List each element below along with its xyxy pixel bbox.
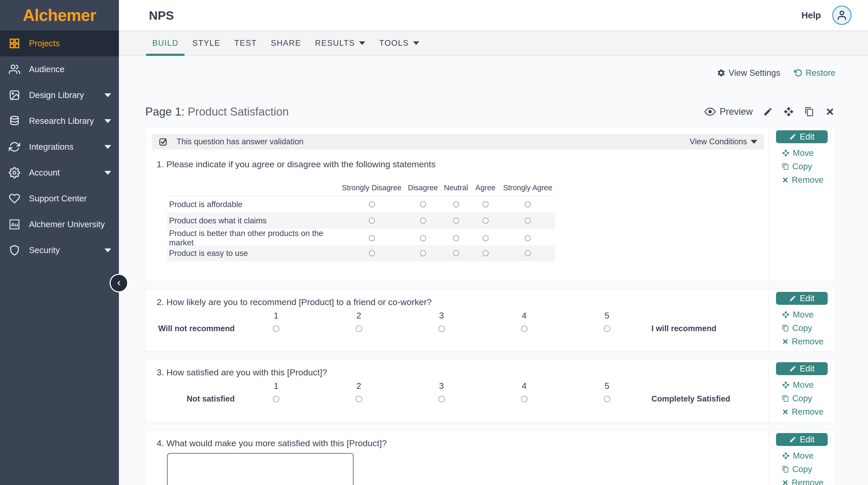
essay-answer-textarea[interactable] xyxy=(167,453,353,485)
tab-share[interactable]: SHARE xyxy=(265,31,307,55)
radio-option[interactable] xyxy=(453,202,459,207)
question-card-4: 4. What would make you more satisfied wi… xyxy=(145,430,835,485)
scale-left-label: Will not recommend xyxy=(146,322,235,336)
sidebar-item-integrations[interactable]: Integrations xyxy=(0,134,119,160)
help-link[interactable]: Help xyxy=(801,10,821,21)
sidebar-item-projects[interactable]: Projects xyxy=(0,31,119,56)
copy-page-button[interactable] xyxy=(804,106,815,117)
close-icon xyxy=(782,338,788,345)
move-button[interactable]: Move xyxy=(769,449,835,462)
radio-option[interactable] xyxy=(420,218,426,224)
radio-option[interactable] xyxy=(356,326,362,332)
tab-tools[interactable]: TOOLS xyxy=(373,31,426,55)
chevron-down-icon xyxy=(104,93,111,97)
grid-icon xyxy=(8,37,21,50)
page-title: Page 1: Product Satisfaction xyxy=(145,105,289,118)
au-badge-icon: Au xyxy=(8,218,21,230)
radio-option[interactable] xyxy=(483,235,489,241)
edit-button[interactable]: Edit xyxy=(776,130,828,143)
radio-option[interactable] xyxy=(604,326,610,332)
remove-button[interactable]: Remove xyxy=(769,335,835,348)
radio-option[interactable] xyxy=(525,218,531,224)
copy-button[interactable]: Copy xyxy=(769,160,835,173)
remove-button[interactable]: Remove xyxy=(769,476,835,485)
remove-page-button[interactable] xyxy=(825,106,835,117)
radio-option[interactable] xyxy=(420,235,426,241)
page-number: Page 1: xyxy=(145,105,185,118)
close-icon xyxy=(782,408,788,415)
radio-option[interactable] xyxy=(438,326,445,332)
sidebar-item-research-library[interactable]: Research Library xyxy=(0,108,119,134)
table-row: Product is affordable xyxy=(167,196,555,213)
radio-option[interactable] xyxy=(483,250,489,256)
radio-option[interactable] xyxy=(420,250,426,256)
radio-option[interactable] xyxy=(604,396,610,402)
view-conditions-button[interactable]: View Conditions xyxy=(690,137,757,146)
radio-option[interactable] xyxy=(483,218,489,224)
sidebar-item-alchemer-university[interactable]: Au Alchemer University xyxy=(0,211,119,237)
users-icon xyxy=(8,63,21,75)
shield-icon xyxy=(8,244,21,256)
radio-option[interactable] xyxy=(273,396,279,402)
radio-option[interactable] xyxy=(525,235,531,241)
move-icon xyxy=(782,381,790,389)
copy-button[interactable]: Copy xyxy=(769,462,835,476)
copy-button[interactable]: Copy xyxy=(769,321,835,335)
copy-button[interactable]: Copy xyxy=(769,392,835,405)
sidebar-item-account[interactable]: Account xyxy=(0,160,119,186)
move-page-button[interactable] xyxy=(783,106,794,117)
remove-button[interactable]: Remove xyxy=(769,173,835,187)
sidebar-collapse-button[interactable] xyxy=(110,274,128,293)
tab-style[interactable]: STYLE xyxy=(186,31,226,55)
scale-number: 4 xyxy=(483,380,565,392)
radio-option[interactable] xyxy=(521,396,528,402)
user-avatar[interactable] xyxy=(832,6,851,25)
radio-option[interactable] xyxy=(453,235,459,241)
move-label: Move xyxy=(793,310,814,320)
edit-button[interactable]: Edit xyxy=(776,433,828,446)
tab-results[interactable]: RESULTS xyxy=(309,31,372,55)
radio-option[interactable] xyxy=(273,326,279,332)
restore-button[interactable]: Restore xyxy=(794,68,835,78)
rating-scale: 1 2 3 4 5 Not satisfied Comp xyxy=(146,380,768,406)
move-button[interactable]: Move xyxy=(769,146,835,160)
radio-option[interactable] xyxy=(483,202,489,207)
sidebar-item-design-library[interactable]: Design Library xyxy=(0,82,119,108)
chevron-left-icon xyxy=(115,279,123,287)
radio-option[interactable] xyxy=(356,396,362,402)
edit-button[interactable]: Edit xyxy=(776,362,828,375)
radio-option[interactable] xyxy=(525,202,531,207)
edit-page-button[interactable] xyxy=(763,106,773,117)
radio-option[interactable] xyxy=(453,250,459,256)
radio-option[interactable] xyxy=(438,396,445,402)
radio-option[interactable] xyxy=(369,218,375,224)
tab-test[interactable]: TEST xyxy=(228,31,263,55)
edit-button[interactable]: Edit xyxy=(776,292,828,305)
radio-option[interactable] xyxy=(521,326,528,332)
remove-button[interactable]: Remove xyxy=(769,405,835,419)
validation-bar: This question has answer validation View… xyxy=(152,134,764,149)
column-header: Strongly Disagree xyxy=(339,184,405,192)
radio-option[interactable] xyxy=(525,250,531,256)
database-icon xyxy=(8,115,21,127)
view-settings-button[interactable]: View Settings xyxy=(717,68,780,78)
radio-option[interactable] xyxy=(453,218,459,224)
move-button[interactable]: Move xyxy=(769,308,835,321)
radio-option[interactable] xyxy=(369,202,375,207)
sidebar-item-security[interactable]: Security xyxy=(0,237,119,263)
question-actions: Edit Move Copy xyxy=(768,430,835,485)
sidebar-item-audience[interactable]: Audience xyxy=(0,56,119,82)
radio-option[interactable] xyxy=(420,202,426,207)
radio-option[interactable] xyxy=(369,235,375,241)
scale-number: 1 xyxy=(235,310,317,322)
sidebar-item-label: Research Library xyxy=(29,116,104,126)
view-toolbar: View Settings Restore xyxy=(145,67,835,79)
page-header: Page 1: Product Satisfaction Preview xyxy=(145,103,835,120)
tab-build[interactable]: BUILD xyxy=(146,31,185,55)
question-actions: Edit Move Copy xyxy=(768,360,835,422)
move-button[interactable]: Move xyxy=(769,378,835,392)
radio-option[interactable] xyxy=(369,250,375,256)
sidebar-item-support-center[interactable]: Support Center xyxy=(0,186,119,211)
preview-button[interactable]: Preview xyxy=(704,106,753,118)
survey-tabbar: BUILD STYLE TEST SHARE RESULTS TOOLS xyxy=(119,31,868,56)
